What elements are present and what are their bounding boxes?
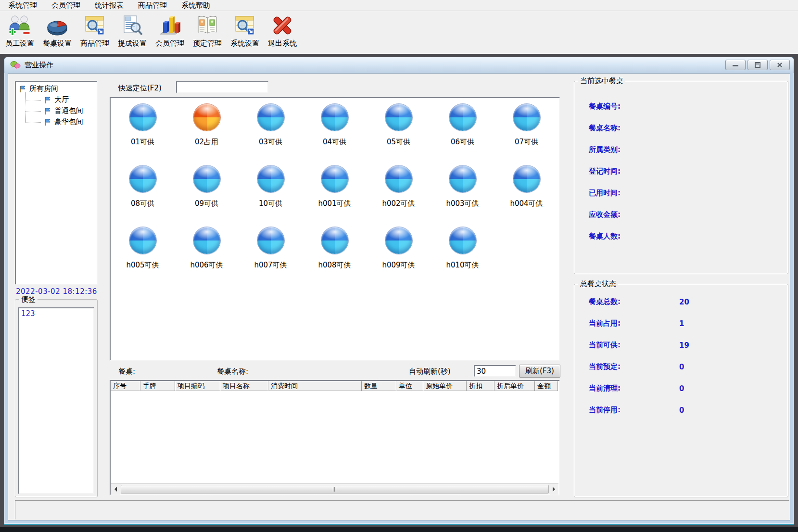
table-label: h002可供 — [382, 199, 415, 208]
toolbar-button[interactable]: 员工设置 — [1, 12, 38, 54]
quick-locate-input[interactable] — [176, 81, 268, 93]
toolbar-button[interactable]: 商品管理 — [76, 12, 114, 54]
selected-field-label: 所属类别: — [589, 145, 621, 154]
toolbar-button[interactable]: 预定管理 — [189, 12, 226, 54]
dining-table-item[interactable]: 07可供 — [494, 104, 558, 165]
tree-root-label: 所有房间 — [29, 84, 58, 93]
selected-field-row: 登记时间: — [574, 161, 788, 182]
table-status-icon — [193, 227, 220, 254]
status-row: 当前停用: 0 — [574, 399, 788, 421]
table-label: 01可供 — [131, 138, 154, 147]
member-barchart-icon — [158, 14, 181, 37]
dining-table-item[interactable]: h007可供 — [239, 227, 303, 289]
toolbar-button-label: 会员管理 — [155, 39, 184, 48]
dining-table-item[interactable]: h002可供 — [367, 165, 431, 227]
table-label: h005可供 — [126, 261, 159, 270]
status-row: 当前占用: 1 — [574, 313, 788, 334]
toolbar-button-label: 系统设置 — [230, 39, 259, 48]
dining-table-item[interactable]: 04可供 — [303, 104, 367, 165]
dining-table-item[interactable]: 03可供 — [239, 104, 303, 165]
dining-table-item[interactable]: h001可供 — [303, 165, 367, 227]
scrollbar-thumb[interactable] — [121, 485, 549, 494]
toolbar-button[interactable]: 退出系统 — [264, 12, 301, 54]
detail-column-header[interactable]: 金额 — [535, 381, 558, 391]
detail-column-header[interactable]: 原始单价 — [423, 381, 467, 391]
detail-column-header[interactable]: 序号 — [111, 381, 140, 391]
toolbar-button-label: 餐桌设置 — [43, 39, 72, 48]
detail-column-header[interactable]: 手牌 — [140, 381, 175, 391]
reservation-book-icon — [196, 14, 219, 37]
dining-table-item[interactable]: 08可供 — [111, 165, 175, 227]
tree-item-all-rooms[interactable]: 所有房间 — [16, 82, 97, 94]
restore-button[interactable] — [747, 60, 768, 70]
close-button[interactable] — [770, 60, 790, 70]
table-label: h010可供 — [446, 261, 479, 270]
detail-column-header[interactable]: 项目编码 — [175, 381, 220, 391]
dining-table-item[interactable]: 06可供 — [431, 104, 494, 165]
table-status-icon — [385, 227, 412, 254]
tree-item-room[interactable]: 普通包间 — [23, 105, 97, 116]
product-manage-icon — [83, 14, 106, 37]
tree-item-room[interactable]: 大厅 — [23, 94, 97, 105]
dining-table-item[interactable]: h010可供 — [431, 227, 494, 289]
table-status-icon — [449, 227, 476, 254]
detail-column-header[interactable]: 项目名称 — [220, 381, 268, 391]
dining-table-item[interactable]: 09可供 — [175, 165, 239, 227]
status-row-label: 当前占用: — [589, 319, 679, 328]
detail-column-header[interactable]: 折后单价 — [494, 381, 535, 391]
selected-field-row: 餐桌名称: — [574, 117, 788, 139]
scroll-left-button[interactable] — [111, 484, 120, 494]
table-label: 05可供 — [387, 138, 410, 147]
detail-column-header[interactable]: 数量 — [362, 381, 396, 391]
toolbar-button[interactable]: 提成设置 — [114, 12, 151, 54]
note-textarea[interactable]: 123 — [18, 307, 94, 494]
dining-table-item[interactable]: 05可供 — [367, 104, 431, 165]
minimize-button[interactable] — [725, 60, 746, 70]
status-row: 当前清理: 0 — [574, 378, 788, 399]
dining-table-item[interactable]: 01可供 — [111, 104, 175, 165]
table-label: 09可供 — [195, 199, 218, 208]
window-titlebar[interactable]: 营业操作 — [4, 57, 794, 73]
tree-item-room[interactable]: 豪华包间 — [23, 116, 97, 127]
detail-column-header[interactable]: 消费时间 — [268, 381, 362, 391]
scroll-right-button[interactable] — [550, 484, 558, 494]
status-row-label: 当前可供: — [589, 341, 679, 350]
toolbar-button[interactable]: 会员管理 — [151, 12, 189, 54]
detail-column-header[interactable]: 单位 — [396, 381, 423, 391]
selected-field-row: 应收金额: — [574, 204, 788, 226]
dining-table-item[interactable]: h005可供 — [111, 227, 175, 289]
table-status-icon — [513, 165, 540, 192]
dining-table-item[interactable]: 02占用 — [175, 104, 239, 165]
table-label: 02占用 — [195, 138, 218, 147]
toolbar: 员工设置 餐桌设置 商品管理 提成设置 会员管理 预定管理 系统设置 — [0, 12, 798, 54]
selected-field-row: 已用时间: — [574, 182, 788, 204]
dining-table-item[interactable]: h009可供 — [367, 227, 431, 289]
table-status-icon — [129, 227, 156, 254]
toolbar-button[interactable]: 餐桌设置 — [38, 12, 76, 54]
horizontal-scrollbar[interactable] — [111, 483, 558, 494]
exit-x-icon — [271, 14, 294, 37]
menu-item[interactable]: 系统管理 — [3, 0, 42, 11]
dining-table-item[interactable]: h004可供 — [494, 165, 558, 227]
menu-item[interactable]: 商品管理 — [133, 0, 172, 11]
menu-item[interactable]: 统计报表 — [89, 0, 129, 11]
tree-children: 大厅 普通包间 — [23, 94, 97, 127]
refresh-button[interactable]: 刷新(F3) — [519, 365, 560, 378]
window-title: 营业操作 — [25, 61, 53, 70]
auto-refresh-input[interactable] — [474, 365, 516, 377]
dining-table-item[interactable]: h003可供 — [431, 165, 494, 227]
table-status-icon — [449, 165, 476, 192]
selected-table-group-label: 当前选中餐桌 — [578, 76, 625, 86]
dining-table-item[interactable]: h006可供 — [175, 227, 239, 289]
status-row-value: 1 — [679, 319, 684, 328]
detail-column-header[interactable]: 折扣 — [467, 381, 494, 391]
menu-item[interactable]: 系统帮助 — [176, 0, 215, 11]
table-label: 07可供 — [515, 138, 538, 147]
dining-table-item[interactable]: h008可供 — [303, 227, 367, 289]
dining-table-item[interactable]: 10可供 — [239, 165, 303, 227]
toolbar-button-label: 退出系统 — [268, 39, 297, 48]
menu-item[interactable]: 会员管理 — [46, 0, 86, 11]
table-status-rows: 餐桌总数: 20 当前占用: 1 当前可供: 19 当前预定: — [574, 284, 788, 421]
table-status-icon — [321, 227, 348, 254]
toolbar-button[interactable]: 系统设置 — [226, 12, 264, 54]
